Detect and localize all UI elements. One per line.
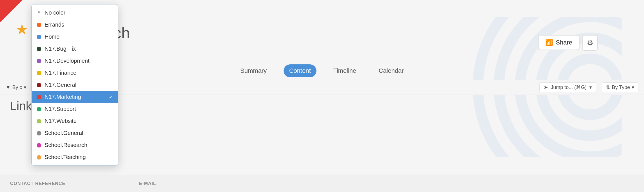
dropdown-item-n17-support[interactable]: N17.Support [32, 103, 118, 115]
dropdown-item-n17-general[interactable]: N17.General [32, 79, 118, 91]
dropdown-item-label: Home [45, 34, 113, 40]
dropdown-item-label: Errands [45, 22, 113, 28]
corner-triangle [0, 0, 22, 22]
dropdown-item-n17-marketing[interactable]: N17.Marketing ✓ [32, 91, 118, 103]
color-dot [37, 131, 41, 135]
tab-calendar[interactable]: Calendar [373, 64, 409, 77]
dropdown-item-label: N17.Marketing [45, 94, 113, 100]
sort-icon: ⇅ [606, 84, 610, 90]
gear-button[interactable]: ⚙ [582, 35, 598, 51]
dropdown-item-no-color[interactable]: ⚑ No color [32, 7, 118, 19]
star-icon[interactable]: ★ [15, 21, 29, 38]
color-dot [37, 155, 41, 160]
dropdown-item-label: N17.General [45, 82, 113, 88]
arrow-icon: ➤ [544, 84, 548, 90]
color-dropdown: ⚑ No color Errands Home N17.Bug-Fix N17.… [31, 4, 118, 166]
dropdown-item-school-general[interactable]: School.General [32, 127, 118, 139]
color-dot [37, 23, 41, 27]
checkmark-icon: ✓ [109, 94, 113, 100]
dropdown-item-label: N17.Development [45, 58, 113, 64]
dropdown-item-label: N17.Support [45, 106, 113, 112]
dropdown-item-n17-website[interactable]: N17.Website [32, 115, 118, 127]
tab-summary[interactable]: Summary [235, 64, 272, 77]
chevron-down-icon-type: ▾ [632, 84, 634, 90]
dropdown-item-label: N17.Website [45, 118, 113, 124]
dropdown-item-label: School.Teaching [45, 154, 113, 160]
color-dot [37, 47, 41, 51]
dropdown-item-n17-finance[interactable]: N17.Finance [32, 67, 118, 79]
tab-content[interactable]: Content [283, 64, 316, 77]
chevron-down-icon-jump: ▾ [589, 84, 592, 90]
filter-by-label: By c [12, 85, 22, 90]
flag-icon: ⚑ [37, 10, 41, 15]
color-dot [37, 71, 41, 75]
tab-timeline[interactable]: Timeline [327, 64, 362, 77]
color-dot [37, 59, 41, 63]
jump-to-label: Jump to... (⌘G) [551, 84, 587, 90]
tabs-row: Summary Content Timeline Calendar [235, 64, 409, 77]
color-dot [37, 35, 41, 39]
dropdown-item-label: N17.Bug-Fix [45, 46, 113, 52]
dropdown-item-label: School.General [45, 130, 113, 136]
dropdown-item-label: No color [45, 10, 113, 16]
filter-icon: ▼ [6, 85, 11, 90]
dropdown-item-school-research[interactable]: School.Research [32, 139, 118, 151]
dropdown-item-school-teaching[interactable]: School.Teaching [32, 151, 118, 163]
dropdown-item-home[interactable]: Home [32, 31, 118, 43]
dropdown-item-label: N17.Finance [45, 70, 113, 76]
color-dot [37, 95, 41, 99]
jump-to-button[interactable]: ➤ Jump to... (⌘G) ▾ [539, 82, 596, 92]
col-contact-reference: CONTACT REFERENCE [0, 175, 129, 192]
by-type-button[interactable]: ⇅ By Type ▾ [602, 82, 638, 92]
gear-icon: ⚙ [587, 39, 593, 47]
dropdown-item-n17-development[interactable]: N17.Development [32, 55, 118, 67]
dropdown-item-errands[interactable]: Errands [32, 19, 118, 31]
share-label: Share [556, 39, 572, 46]
dropdown-item-n17-bugfix[interactable]: N17.Bug-Fix [32, 43, 118, 55]
color-dot [37, 83, 41, 87]
color-dot [37, 119, 41, 123]
table-header: CONTACT REFERENCE E-MAIL [0, 175, 644, 192]
wifi-icon: 📶 [545, 39, 553, 46]
dropdown-item-label: School.Research [45, 142, 113, 148]
color-dot [37, 107, 41, 111]
color-dot [37, 143, 41, 147]
filter-button[interactable]: ▼ By c ▾ [6, 84, 26, 90]
chevron-down-icon: ▾ [24, 84, 26, 90]
by-type-label: By Type [612, 85, 630, 90]
share-button[interactable]: 📶 Share [538, 35, 580, 50]
col-email: E-MAIL [129, 175, 213, 192]
